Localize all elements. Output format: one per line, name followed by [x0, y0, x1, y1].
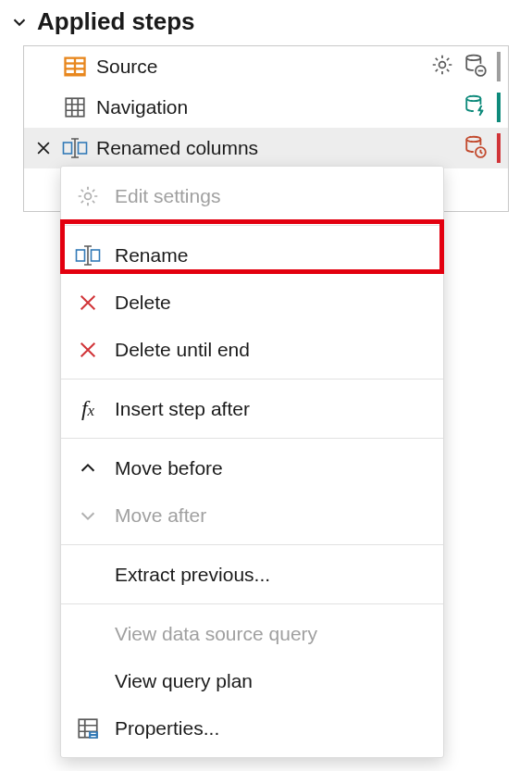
delete-slot [33, 97, 54, 118]
svg-rect-2 [76, 59, 83, 63]
gear-icon[interactable] [430, 53, 454, 81]
menu-separator [61, 438, 443, 439]
expand-chevron-icon [9, 12, 30, 32]
svg-rect-12 [64, 143, 72, 154]
svg-point-7 [439, 61, 446, 68]
svg-rect-17 [77, 250, 85, 261]
menu-rename[interactable]: Rename [61, 231, 443, 279]
menu-label: Delete [115, 292, 171, 314]
blank-icon [74, 620, 102, 648]
properties-icon [74, 715, 102, 742]
menu-label: Move before [115, 457, 223, 479]
menu-delete-until-end[interactable]: Delete until end [61, 326, 443, 373]
menu-move-before[interactable]: Move before [61, 444, 443, 491]
menu-label: Rename [115, 244, 188, 267]
database-bolt-icon[interactable] [464, 93, 488, 122]
svg-rect-13 [79, 143, 87, 154]
menu-separator [61, 379, 443, 379]
delete-x-icon [74, 336, 102, 364]
step-row-navigation[interactable]: Navigation [24, 87, 508, 128]
svg-point-16 [85, 193, 92, 199]
menu-insert-step-after[interactable]: fx Insert step after [61, 385, 443, 432]
delete-step-icon[interactable] [33, 138, 54, 158]
step-row-source[interactable]: Source [24, 46, 508, 87]
row-status-bar [497, 52, 501, 81]
menu-label: Insert step after [115, 398, 250, 420]
svg-rect-3 [67, 65, 74, 68]
blank-icon [74, 561, 102, 589]
step-row-renamed-columns[interactable]: Renamed columns [24, 128, 508, 168]
chevron-up-icon [74, 454, 102, 482]
svg-rect-20 [89, 731, 98, 739]
menu-delete[interactable]: Delete [61, 279, 443, 326]
rename-columns-icon [61, 134, 89, 162]
table-gray-icon [61, 93, 89, 121]
menu-label: Delete until end [115, 339, 250, 361]
database-minus-icon[interactable] [464, 53, 488, 81]
gear-icon [74, 182, 102, 210]
menu-label: Properties... [115, 717, 219, 740]
menu-separator [61, 225, 443, 226]
menu-label: Move after [115, 504, 206, 527]
step-label: Navigation [96, 96, 456, 118]
svg-point-8 [466, 55, 480, 59]
svg-rect-18 [92, 250, 100, 261]
svg-rect-1 [67, 59, 74, 63]
svg-point-14 [466, 136, 480, 141]
svg-rect-4 [76, 65, 83, 68]
svg-point-11 [466, 95, 480, 100]
step-context-menu: Edit settings Rename Delete Delete until… [60, 166, 444, 758]
menu-separator [61, 603, 443, 604]
svg-rect-10 [66, 98, 84, 117]
rename-icon [74, 242, 102, 269]
menu-extract-previous[interactable]: Extract previous... [61, 551, 443, 598]
applied-steps-title: Applied steps [37, 7, 194, 36]
menu-label: View data source query [115, 623, 317, 645]
menu-view-data-source-query: View data source query [61, 610, 443, 657]
delete-slot [33, 56, 54, 77]
svg-rect-6 [76, 70, 83, 74]
chevron-down-icon [74, 502, 102, 529]
table-orange-icon [61, 53, 89, 81]
menu-label: View query plan [115, 670, 253, 692]
step-label: Source [96, 56, 423, 78]
fx-icon: fx [74, 395, 102, 423]
database-clock-icon[interactable] [464, 134, 488, 163]
step-label: Renamed columns [96, 137, 456, 159]
menu-edit-settings: Edit settings [61, 172, 443, 219]
blank-icon [74, 667, 102, 695]
menu-view-query-plan[interactable]: View query plan [61, 657, 443, 704]
menu-properties[interactable]: Properties... [61, 704, 443, 752]
applied-steps-header[interactable]: Applied steps [0, 0, 532, 45]
menu-label: Extract previous... [115, 564, 270, 586]
delete-x-icon [74, 289, 102, 317]
row-status-bar [497, 93, 501, 122]
menu-label: Edit settings [115, 185, 220, 207]
menu-separator [61, 544, 443, 545]
row-status-bar [497, 133, 501, 163]
menu-move-after: Move after [61, 491, 443, 539]
svg-rect-5 [67, 70, 74, 74]
